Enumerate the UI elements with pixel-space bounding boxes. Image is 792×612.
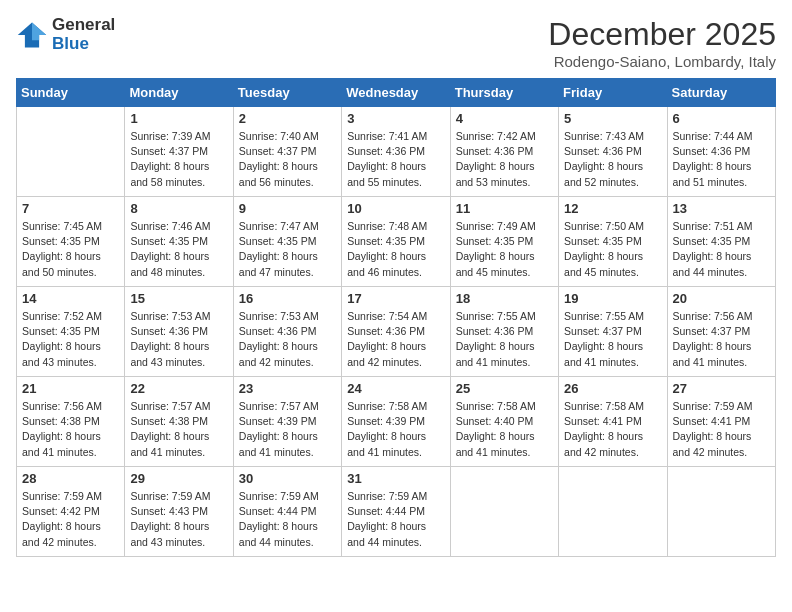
day-number: 29 bbox=[130, 471, 227, 486]
daylight-hours: Daylight: 8 hours and 47 minutes. bbox=[239, 250, 318, 277]
day-number: 6 bbox=[673, 111, 770, 126]
daylight-hours: Daylight: 8 hours and 41 minutes. bbox=[239, 430, 318, 457]
sunset-time: Sunset: 4:35 PM bbox=[130, 235, 208, 247]
daylight-hours: Daylight: 8 hours and 41 minutes. bbox=[564, 340, 643, 367]
header-wednesday: Wednesday bbox=[342, 79, 450, 107]
day-info: Sunrise: 7:57 AMSunset: 4:38 PMDaylight:… bbox=[130, 399, 227, 460]
sunrise-time: Sunrise: 7:55 AM bbox=[564, 310, 644, 322]
calendar-header: Sunday Monday Tuesday Wednesday Thursday… bbox=[17, 79, 776, 107]
sunrise-time: Sunrise: 7:48 AM bbox=[347, 220, 427, 232]
daylight-hours: Daylight: 8 hours and 50 minutes. bbox=[22, 250, 101, 277]
day-number: 5 bbox=[564, 111, 661, 126]
daylight-hours: Daylight: 8 hours and 56 minutes. bbox=[239, 160, 318, 187]
day-number: 30 bbox=[239, 471, 336, 486]
day-cell-3-4: 25Sunrise: 7:58 AMSunset: 4:40 PMDayligh… bbox=[450, 377, 558, 467]
day-number: 19 bbox=[564, 291, 661, 306]
day-number: 21 bbox=[22, 381, 119, 396]
day-info: Sunrise: 7:45 AMSunset: 4:35 PMDaylight:… bbox=[22, 219, 119, 280]
day-number: 1 bbox=[130, 111, 227, 126]
day-info: Sunrise: 7:53 AMSunset: 4:36 PMDaylight:… bbox=[130, 309, 227, 370]
day-cell-0-4: 4Sunrise: 7:42 AMSunset: 4:36 PMDaylight… bbox=[450, 107, 558, 197]
sunset-time: Sunset: 4:36 PM bbox=[130, 325, 208, 337]
daylight-hours: Daylight: 8 hours and 41 minutes. bbox=[456, 340, 535, 367]
daylight-hours: Daylight: 8 hours and 42 minutes. bbox=[347, 340, 426, 367]
daylight-hours: Daylight: 8 hours and 48 minutes. bbox=[130, 250, 209, 277]
day-cell-0-2: 2Sunrise: 7:40 AMSunset: 4:37 PMDaylight… bbox=[233, 107, 341, 197]
day-info: Sunrise: 7:59 AMSunset: 4:41 PMDaylight:… bbox=[673, 399, 770, 460]
daylight-hours: Daylight: 8 hours and 51 minutes. bbox=[673, 160, 752, 187]
daylight-hours: Daylight: 8 hours and 53 minutes. bbox=[456, 160, 535, 187]
sunrise-time: Sunrise: 7:51 AM bbox=[673, 220, 753, 232]
day-cell-0-5: 5Sunrise: 7:43 AMSunset: 4:36 PMDaylight… bbox=[559, 107, 667, 197]
day-cell-2-0: 14Sunrise: 7:52 AMSunset: 4:35 PMDayligh… bbox=[17, 287, 125, 377]
calendar-table: Sunday Monday Tuesday Wednesday Thursday… bbox=[16, 78, 776, 557]
day-cell-4-5 bbox=[559, 467, 667, 557]
day-cell-1-3: 10Sunrise: 7:48 AMSunset: 4:35 PMDayligh… bbox=[342, 197, 450, 287]
sunrise-time: Sunrise: 7:58 AM bbox=[456, 400, 536, 412]
day-cell-2-5: 19Sunrise: 7:55 AMSunset: 4:37 PMDayligh… bbox=[559, 287, 667, 377]
week-row-4: 21Sunrise: 7:56 AMSunset: 4:38 PMDayligh… bbox=[17, 377, 776, 467]
sunset-time: Sunset: 4:36 PM bbox=[347, 325, 425, 337]
day-number: 3 bbox=[347, 111, 444, 126]
sunrise-time: Sunrise: 7:53 AM bbox=[239, 310, 319, 322]
sunrise-time: Sunrise: 7:56 AM bbox=[22, 400, 102, 412]
day-info: Sunrise: 7:40 AMSunset: 4:37 PMDaylight:… bbox=[239, 129, 336, 190]
sunset-time: Sunset: 4:35 PM bbox=[22, 325, 100, 337]
day-info: Sunrise: 7:50 AMSunset: 4:35 PMDaylight:… bbox=[564, 219, 661, 280]
sunrise-time: Sunrise: 7:59 AM bbox=[130, 490, 210, 502]
day-cell-4-0: 28Sunrise: 7:59 AMSunset: 4:42 PMDayligh… bbox=[17, 467, 125, 557]
sunset-time: Sunset: 4:37 PM bbox=[673, 325, 751, 337]
day-info: Sunrise: 7:59 AMSunset: 4:43 PMDaylight:… bbox=[130, 489, 227, 550]
day-cell-2-3: 17Sunrise: 7:54 AMSunset: 4:36 PMDayligh… bbox=[342, 287, 450, 377]
day-info: Sunrise: 7:54 AMSunset: 4:36 PMDaylight:… bbox=[347, 309, 444, 370]
header-tuesday: Tuesday bbox=[233, 79, 341, 107]
day-info: Sunrise: 7:56 AMSunset: 4:38 PMDaylight:… bbox=[22, 399, 119, 460]
day-cell-1-0: 7Sunrise: 7:45 AMSunset: 4:35 PMDaylight… bbox=[17, 197, 125, 287]
day-info: Sunrise: 7:48 AMSunset: 4:35 PMDaylight:… bbox=[347, 219, 444, 280]
sunrise-time: Sunrise: 7:42 AM bbox=[456, 130, 536, 142]
sunrise-time: Sunrise: 7:52 AM bbox=[22, 310, 102, 322]
day-number: 4 bbox=[456, 111, 553, 126]
sunset-time: Sunset: 4:35 PM bbox=[22, 235, 100, 247]
sunset-time: Sunset: 4:43 PM bbox=[130, 505, 208, 517]
day-number: 28 bbox=[22, 471, 119, 486]
daylight-hours: Daylight: 8 hours and 44 minutes. bbox=[673, 250, 752, 277]
daylight-hours: Daylight: 8 hours and 43 minutes. bbox=[22, 340, 101, 367]
day-number: 10 bbox=[347, 201, 444, 216]
day-info: Sunrise: 7:46 AMSunset: 4:35 PMDaylight:… bbox=[130, 219, 227, 280]
sunset-time: Sunset: 4:39 PM bbox=[347, 415, 425, 427]
sunrise-time: Sunrise: 7:55 AM bbox=[456, 310, 536, 322]
sunrise-time: Sunrise: 7:41 AM bbox=[347, 130, 427, 142]
sunset-time: Sunset: 4:35 PM bbox=[564, 235, 642, 247]
day-info: Sunrise: 7:43 AMSunset: 4:36 PMDaylight:… bbox=[564, 129, 661, 190]
sunset-time: Sunset: 4:36 PM bbox=[347, 145, 425, 157]
day-info: Sunrise: 7:59 AMSunset: 4:44 PMDaylight:… bbox=[347, 489, 444, 550]
day-info: Sunrise: 7:58 AMSunset: 4:39 PMDaylight:… bbox=[347, 399, 444, 460]
daylight-hours: Daylight: 8 hours and 58 minutes. bbox=[130, 160, 209, 187]
day-cell-0-3: 3Sunrise: 7:41 AMSunset: 4:36 PMDaylight… bbox=[342, 107, 450, 197]
daylight-hours: Daylight: 8 hours and 42 minutes. bbox=[239, 340, 318, 367]
day-info: Sunrise: 7:59 AMSunset: 4:42 PMDaylight:… bbox=[22, 489, 119, 550]
sunrise-time: Sunrise: 7:50 AM bbox=[564, 220, 644, 232]
sunset-time: Sunset: 4:38 PM bbox=[130, 415, 208, 427]
sunset-time: Sunset: 4:35 PM bbox=[456, 235, 534, 247]
sunrise-time: Sunrise: 7:44 AM bbox=[673, 130, 753, 142]
day-number: 16 bbox=[239, 291, 336, 306]
week-row-3: 14Sunrise: 7:52 AMSunset: 4:35 PMDayligh… bbox=[17, 287, 776, 377]
sunset-time: Sunset: 4:40 PM bbox=[456, 415, 534, 427]
day-number: 26 bbox=[564, 381, 661, 396]
day-info: Sunrise: 7:56 AMSunset: 4:37 PMDaylight:… bbox=[673, 309, 770, 370]
day-info: Sunrise: 7:55 AMSunset: 4:37 PMDaylight:… bbox=[564, 309, 661, 370]
daylight-hours: Daylight: 8 hours and 44 minutes. bbox=[347, 520, 426, 547]
daylight-hours: Daylight: 8 hours and 41 minutes. bbox=[22, 430, 101, 457]
day-number: 12 bbox=[564, 201, 661, 216]
sunrise-time: Sunrise: 7:45 AM bbox=[22, 220, 102, 232]
sunset-time: Sunset: 4:36 PM bbox=[564, 145, 642, 157]
header-saturday: Saturday bbox=[667, 79, 775, 107]
day-number: 11 bbox=[456, 201, 553, 216]
day-cell-2-1: 15Sunrise: 7:53 AMSunset: 4:36 PMDayligh… bbox=[125, 287, 233, 377]
sunset-time: Sunset: 4:38 PM bbox=[22, 415, 100, 427]
day-number: 23 bbox=[239, 381, 336, 396]
day-number: 2 bbox=[239, 111, 336, 126]
sunset-time: Sunset: 4:37 PM bbox=[564, 325, 642, 337]
